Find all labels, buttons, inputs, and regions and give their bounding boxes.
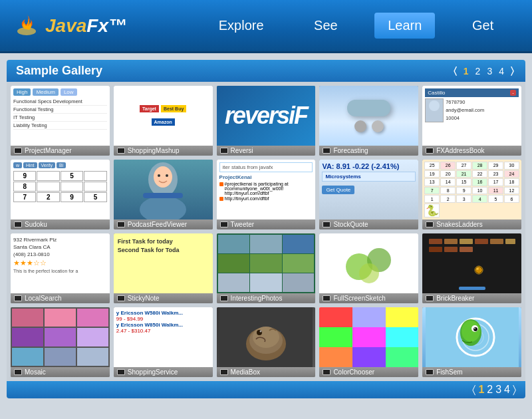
sl-cell: 10 (472, 187, 487, 195)
label-text: LocalSearch (25, 295, 62, 302)
ls-stars: ★★★☆☆ (13, 259, 107, 267)
cc-cell (386, 307, 419, 327)
nav-get[interactable]: Get (459, 13, 507, 39)
gallery-item-localsearch[interactable]: 932 Rivermark PlzSanta Clara CA(408) 213… (11, 233, 110, 303)
tweet-url: http://tinyurl.com/dftbf (225, 196, 269, 201)
nav-see[interactable]: See (301, 13, 351, 39)
item-label-tweeter: Tweeter (217, 219, 316, 229)
gallery-item-forecasting[interactable]: Forecasting (319, 86, 418, 156)
tweet-item-2: http://tinyurl.com/dftbf (219, 196, 313, 201)
tweet-dot (219, 182, 223, 186)
item-label-forecasting: Forecasting (319, 146, 418, 156)
mosaic-cell (45, 309, 76, 327)
gallery-item-brickbreaker[interactable]: BrickBreaker (422, 233, 521, 303)
tweet-label: ProjectKenai (219, 174, 313, 180)
monitor-icon (426, 295, 434, 301)
gallery-item-reversi[interactable]: reversiF Reversi (217, 86, 316, 156)
gallery-item-stickynote[interactable]: First Task for today Second Task for Tod… (114, 233, 213, 303)
gallery-item-shoppingmashup[interactable]: Target Best Buy Amazon ShoppingMashup (114, 86, 213, 156)
item-label-brickbreaker: BrickBreaker (422, 293, 521, 303)
sl-cell: 28 (472, 162, 487, 170)
svg-point-37 (462, 321, 480, 342)
gallery-item-fullscreensketch[interactable]: FullScreenSketch (319, 233, 418, 303)
gallery-item-stockquote[interactable]: VA: 8.91 -0.22 (-2.41%) Microsystems Get… (319, 160, 418, 229)
gallery-item-interestingphotos[interactable]: InterestingPhotos (217, 233, 316, 303)
sudoku-cell (84, 182, 106, 192)
gallery-item-snakesladders[interactable]: 25 26 27 28 29 30 19 20 21 22 23 24 13 1… (422, 160, 521, 229)
page-4-bottom[interactable]: 4 (504, 384, 510, 396)
item-label-interestingphotos: InterestingPhotos (217, 293, 316, 303)
monitor-icon (220, 369, 228, 375)
sudoku-cell (37, 171, 59, 181)
sudoku-cell: 9 (13, 171, 36, 181)
page-2[interactable]: 2 (473, 66, 483, 76)
gallery-item-shoppingservice[interactable]: y Ericsson W580i Walkm... 99 - $94.99 y … (114, 307, 213, 377)
gallery-item-mediabox[interactable]: MediaBox (217, 307, 316, 377)
item-label-stickynote: StickyNote (114, 293, 213, 303)
item-label-fishsem: FishSem (422, 367, 521, 377)
pm-item-2: Functional Testing (13, 106, 107, 114)
sudoku-verify-btn: Verify (39, 162, 56, 168)
label-text: FXAddressBook (436, 147, 484, 154)
gallery-item-podcastfeedviewer[interactable]: PodcastFeedViewer (114, 160, 213, 229)
item-preview-snakesladders: 25 26 27 28 29 30 19 20 21 22 23 24 13 1… (422, 160, 521, 219)
header: JavaFx™ Explore See Learn Get (0, 0, 532, 53)
page-3-bottom[interactable]: 3 (495, 384, 501, 396)
sudoku-cell (37, 182, 59, 192)
label-text: Tweeter (231, 221, 255, 228)
sudoku-cell: 5 (84, 192, 106, 202)
svg-rect-20 (444, 247, 458, 252)
svg-point-11 (359, 263, 379, 283)
page-1[interactable]: 1 (462, 66, 471, 76)
nav-explore[interactable]: Explore (205, 13, 277, 39)
pm-list: Functional Specs Development Functional … (13, 98, 107, 130)
sl-snake-icon: 🐍 (424, 204, 440, 217)
ss-price-1: 99 - $94.99 (116, 316, 210, 322)
gallery-item-tweeter[interactable]: iter status from javafx ProjectKenai #pr… (217, 160, 316, 229)
next-arrow-bottom[interactable]: 〉 (513, 384, 516, 396)
monitor-icon (426, 369, 434, 375)
pm-item-3: IT Testing (13, 114, 107, 122)
item-label-reversi: Reversi (217, 146, 316, 156)
svg-rect-15 (460, 239, 473, 244)
item-preview-sudoku: w Hint Verify Bl 9 5 8 7 2 9 (11, 160, 110, 219)
cc-cell (352, 327, 386, 347)
gallery-item-mosaic[interactable]: Mosaic (11, 307, 110, 377)
photo-cell (250, 273, 282, 292)
sl-cell: 12 (504, 187, 519, 195)
gallery-item-projectmanager[interactable]: High Medium Low Functional Specs Develop… (11, 86, 110, 156)
gallery-item-fxaddressbook[interactable]: Castillo - 7678790 andy@email.com 10004 (422, 86, 521, 156)
label-text: Mosaic (25, 368, 46, 376)
prev-arrow[interactable]: 〈 (452, 65, 459, 76)
page-4[interactable]: 4 (497, 66, 506, 76)
sl-cell: 7 (424, 187, 440, 195)
mosaic-cell (77, 348, 108, 366)
item-label-mosaic: Mosaic (11, 367, 110, 377)
sl-cell: 21 (456, 170, 471, 178)
pagination-top[interactable]: 〈 1 2 3 4 〉 (452, 65, 516, 76)
gallery-item-fishsem[interactable]: FishSem (422, 307, 521, 377)
pm-high: High (13, 88, 31, 96)
next-arrow[interactable]: 〉 (509, 65, 516, 76)
sudoku-bl-btn: Bl (57, 162, 66, 168)
item-preview-podcast (114, 160, 213, 219)
item-preview-reversi: reversiF (217, 86, 316, 146)
sudoku-cell: 2 (37, 192, 59, 202)
monitor-icon (117, 369, 125, 375)
nav-learn[interactable]: Learn (374, 13, 435, 39)
sl-cell: 15 (456, 178, 471, 186)
cc-cell (319, 307, 352, 327)
page-3[interactable]: 3 (485, 66, 494, 76)
prev-arrow-bottom[interactable]: 〈 (472, 384, 475, 396)
gallery-item-sudoku[interactable]: w Hint Verify Bl 9 5 8 7 2 9 (11, 160, 110, 229)
shop-logo-2: Best Buy (161, 105, 186, 112)
ab-close-btn: - (510, 90, 516, 96)
item-preview-photos (217, 233, 316, 293)
pagination-bottom[interactable]: 〈 1 2 3 4 〉 (7, 381, 525, 398)
svg-point-5 (154, 166, 172, 188)
gallery-item-colorchooser[interactable]: ColorChooser (319, 307, 418, 377)
get-quote-btn[interactable]: Get Quote (322, 186, 354, 194)
page-2-bottom[interactable]: 2 (487, 384, 493, 396)
item-preview-fishsem (422, 307, 521, 367)
page-1-bottom[interactable]: 1 (478, 384, 484, 396)
